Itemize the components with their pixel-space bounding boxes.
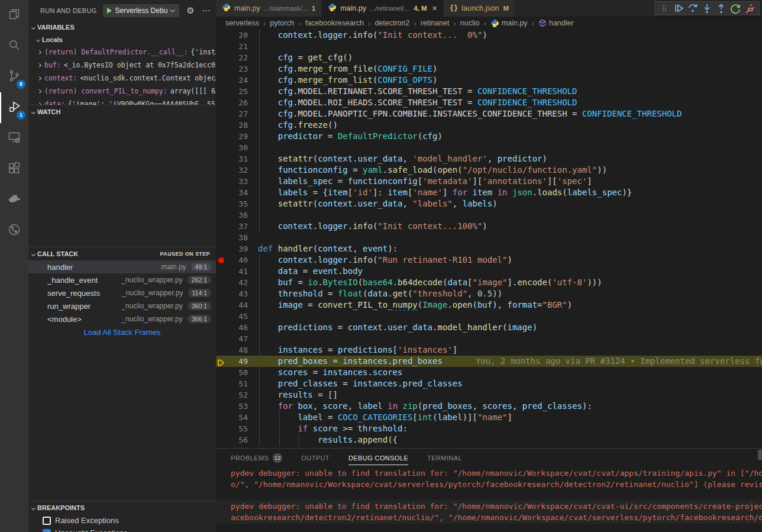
line-number[interactable]: 52	[227, 389, 248, 401]
stack-frame[interactable]: <module>_nuclio_wrapper.py366:1	[28, 312, 216, 325]
gutter-breakpoint-area[interactable]	[216, 344, 227, 356]
line-number[interactable]: 46	[227, 322, 248, 333]
gear-icon[interactable]: ⚙	[186, 5, 194, 16]
code-line-50[interactable]: 50 scores = instances.scores	[216, 367, 762, 378]
line-number[interactable]: 31	[227, 153, 248, 165]
code-line-40[interactable]: 40 context.logger.info("Run retinanet-R1…	[216, 254, 762, 266]
more-actions-icon[interactable]: ⋯	[202, 5, 211, 16]
code-line-45[interactable]: 45	[216, 311, 762, 322]
gutter-breakpoint-area[interactable]	[216, 378, 227, 389]
breadcrumb-item-pytorch[interactable]: pytorch	[270, 19, 294, 27]
gutter-breakpoint-area[interactable]	[216, 176, 227, 187]
code-line-44[interactable]: 44 image = convert_PIL_to_numpy(Image.op…	[216, 299, 762, 311]
gutter-breakpoint-area[interactable]	[216, 209, 227, 221]
line-number[interactable]: 49	[227, 356, 248, 367]
gutter-breakpoint-area[interactable]	[216, 41, 227, 52]
variable-row[interactable]: context:<nuclio_sdk.context.Context obje…	[28, 72, 216, 85]
line-number[interactable]: 40	[227, 254, 248, 266]
code-line-33[interactable]: 33 labels_spec = functionconfig['metadat…	[216, 176, 762, 187]
line-number[interactable]: 28	[227, 120, 248, 131]
gutter-breakpoint-area[interactable]	[216, 322, 227, 333]
line-number[interactable]: 25	[227, 86, 248, 97]
activity-item-extensions[interactable]	[0, 154, 28, 185]
line-number[interactable]: 20	[227, 30, 248, 41]
code-line-43[interactable]: 43 threshold = float(data.get("threshold…	[216, 288, 762, 299]
code-line-27[interactable]: 27 cfg.MODEL.PANOPTIC_FPN.COMBINE.INSTAN…	[216, 108, 762, 120]
gutter-breakpoint-area[interactable]	[216, 108, 227, 120]
code-line-52[interactable]: 52 results = []	[216, 389, 762, 401]
gutter-breakpoint-area[interactable]	[216, 434, 227, 446]
breadcrumb-item-serverless[interactable]: serverless	[225, 19, 259, 27]
code-line-42[interactable]: 42 buf = io.BytesIO(base64.b64decode(dat…	[216, 277, 762, 288]
panel-tab-debug-console[interactable]: DEBUG CONSOLE	[348, 449, 408, 467]
code-line-38[interactable]: 38	[216, 232, 762, 243]
line-number[interactable]: 51	[227, 378, 248, 389]
gutter-breakpoint-area[interactable]	[216, 401, 227, 412]
code-line-20[interactable]: 20 context.logger.info("Init context... …	[216, 30, 762, 41]
close-icon[interactable]: ×	[432, 4, 437, 13]
code-line-30[interactable]: 30	[216, 142, 762, 153]
code-line-41[interactable]: 41 data = event.body	[216, 266, 762, 277]
step-over-icon[interactable]	[686, 2, 700, 15]
activity-item-git-graph[interactable]	[0, 215, 28, 246]
line-number[interactable]: 42	[227, 277, 248, 288]
watch-section-header[interactable]: WATCH	[28, 105, 216, 118]
activity-item-search[interactable]	[0, 31, 28, 62]
code-line-21[interactable]: 21	[216, 41, 762, 52]
code-line-39[interactable]: 39def handler(context, event):	[216, 243, 762, 254]
line-number[interactable]: 24	[227, 75, 248, 86]
line-number[interactable]: 29	[227, 131, 248, 142]
locals-scope-row[interactable]: Locals	[28, 34, 216, 46]
breakpoint-checkbox[interactable]	[43, 517, 51, 525]
code-line-22[interactable]: 22 cfg = get_cfg()	[216, 52, 762, 63]
variable-row[interactable]: data:{'image': 'iVBORw0KGg==AAAANSUhE… 5…	[28, 98, 216, 105]
code-line-34[interactable]: 34 labels = {item['id']: item['name'] fo…	[216, 187, 762, 198]
gutter-breakpoint-area[interactable]	[216, 254, 227, 266]
gutter-breakpoint-area[interactable]	[216, 311, 227, 322]
code-line-24[interactable]: 24 cfg.merge_from_list(CONFIG_OPTS)	[216, 75, 762, 86]
gutter-breakpoint-area[interactable]	[216, 187, 227, 198]
code-line-46[interactable]: 46 predictions = context.user_data.model…	[216, 322, 762, 333]
line-number[interactable]: 41	[227, 266, 248, 277]
line-number[interactable]: 22	[227, 52, 248, 63]
variables-section-header[interactable]: VARIABLES	[28, 21, 216, 34]
callstack-section-header[interactable]: CALL STACK PAUSED ON STEP	[28, 247, 216, 260]
gutter-breakpoint-area[interactable]	[216, 356, 227, 367]
disconnect-icon[interactable]	[742, 2, 757, 15]
line-number[interactable]: 45	[227, 311, 248, 322]
step-out-icon[interactable]	[714, 2, 728, 15]
code-line-48[interactable]: 48 instances = predictions['instances']	[216, 344, 762, 356]
line-number[interactable]: 33	[227, 176, 248, 187]
activity-item-docker[interactable]	[0, 185, 28, 215]
activity-item-source-control[interactable]: 8	[0, 62, 28, 92]
breadcrumb-item-handler[interactable]: handler	[538, 19, 574, 27]
panel-scrollbar[interactable]	[758, 450, 762, 460]
breadcrumb-item-facebookresearch[interactable]: facebookresearch	[305, 19, 364, 27]
activity-item-files[interactable]	[0, 0, 28, 31]
line-number[interactable]: 26	[227, 97, 248, 108]
gutter-breakpoint-area[interactable]	[216, 86, 227, 97]
code-line-28[interactable]: 28 cfg.freeze()	[216, 120, 762, 131]
code-line-53[interactable]: 53 for box, score, label in zip(pred_box…	[216, 401, 762, 412]
breakpoint-icon[interactable]	[218, 257, 224, 263]
line-number[interactable]: 48	[227, 344, 248, 356]
line-number[interactable]: 54	[227, 412, 248, 423]
gutter-breakpoint-area[interactable]	[216, 232, 227, 243]
gutter-breakpoint-area[interactable]	[216, 52, 227, 63]
gutter-breakpoint-area[interactable]	[216, 367, 227, 378]
gutter-breakpoint-area[interactable]	[216, 389, 227, 401]
panel-tab-terminal[interactable]: TERMINAL	[427, 449, 462, 467]
debug-config-dropdown[interactable]: Serverless Debu	[103, 4, 180, 17]
stack-frame[interactable]: serve_requests_nuclio_wrapper.py114:1	[28, 286, 216, 299]
code-line-51[interactable]: 51 pred_classes = instances.pred_classes	[216, 378, 762, 389]
gutter-breakpoint-area[interactable]	[216, 97, 227, 108]
activity-item-remote-explorer[interactable]	[0, 123, 28, 154]
line-number[interactable]: 37	[227, 221, 248, 232]
variable-row[interactable]: (return) convert_PIL_to_numpy:array([[[ …	[28, 85, 216, 98]
gutter-breakpoint-area[interactable]	[216, 165, 227, 176]
breakpoint-checkbox[interactable]: ✓	[43, 529, 51, 532]
code-line-36[interactable]: 36	[216, 209, 762, 221]
line-number[interactable]: 39	[227, 243, 248, 254]
variable-row[interactable]: buf:<_io.BytesIO object at 0x7f5a2dc1ecc…	[28, 59, 216, 72]
gutter-breakpoint-area[interactable]	[216, 142, 227, 153]
